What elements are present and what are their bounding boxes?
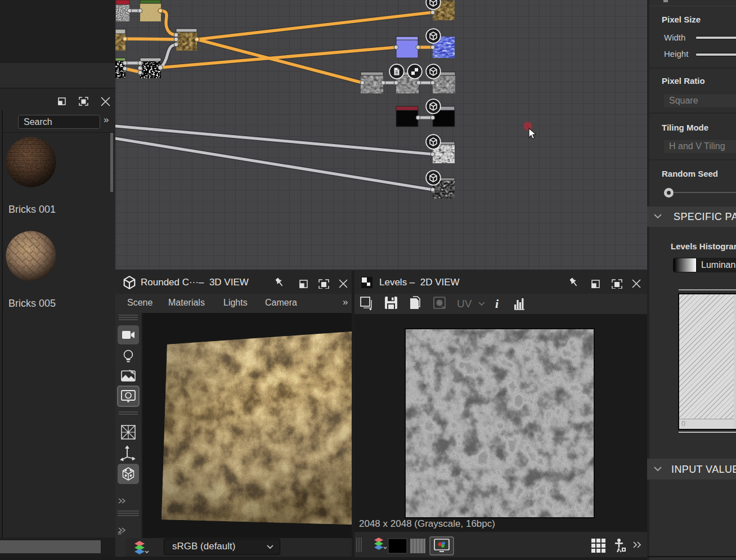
- svg-text:i: i: [495, 297, 499, 311]
- svg-text:UV: UV: [457, 298, 472, 310]
